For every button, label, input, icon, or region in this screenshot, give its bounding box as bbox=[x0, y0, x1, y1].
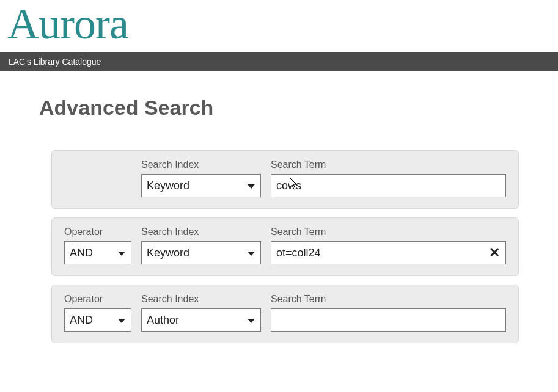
search-index-label: Search Index bbox=[141, 294, 261, 305]
search-index-select[interactable]: Author bbox=[141, 308, 261, 332]
operator-select[interactable]: AND bbox=[64, 308, 131, 332]
search-term-label: Search Term bbox=[271, 294, 506, 305]
search-term-label: Search Term bbox=[271, 227, 506, 238]
search-row: Operator AND Search Index Author Search … bbox=[51, 285, 519, 343]
operator-select[interactable]: AND bbox=[64, 241, 131, 264]
search-term-input[interactable] bbox=[271, 241, 506, 264]
search-index-select[interactable]: Keyword bbox=[141, 174, 261, 197]
operator-label: Operator bbox=[64, 227, 131, 238]
top-bar: LAC's Library Catalogue bbox=[0, 52, 558, 71]
search-index-select[interactable]: Keyword bbox=[141, 241, 261, 264]
search-index-label: Search Index bbox=[141, 227, 261, 238]
top-bar-text: LAC's Library Catalogue bbox=[9, 57, 101, 67]
page-title: Advanced Search bbox=[39, 96, 519, 120]
search-term-input[interactable] bbox=[271, 308, 506, 332]
search-term-input[interactable] bbox=[271, 174, 506, 197]
search-form: Search Index Keyword Search Term Operato… bbox=[51, 150, 519, 343]
search-term-label: Search Term bbox=[271, 159, 506, 170]
operator-label: Operator bbox=[64, 294, 131, 305]
logo: Aurora bbox=[0, 0, 558, 52]
search-row: Operator AND Search Index Keyword Search… bbox=[51, 217, 519, 276]
search-index-label: Search Index bbox=[141, 159, 261, 170]
search-row: Search Index Keyword Search Term bbox=[51, 150, 519, 209]
clear-input-button[interactable]: ✕ bbox=[488, 245, 501, 261]
